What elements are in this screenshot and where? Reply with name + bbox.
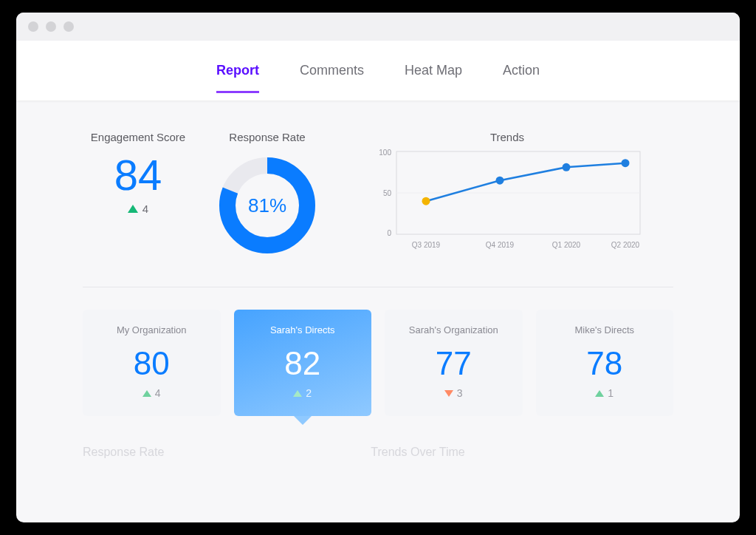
engagement-score-panel: Engagement Score 84 4 [83, 131, 193, 216]
xtick-3: Q2 2020 [611, 241, 640, 249]
cards-row: My Organization 80 4 Sarah's Directs 82 … [83, 310, 673, 416]
line-chart-icon: 100 50 0 Q3 2019 Q4 2019 Q1 2020 Q2 2020 [367, 148, 647, 259]
response-rate-title: Response Rate [201, 131, 334, 143]
tab-heat-map[interactable]: Heat Map [405, 57, 462, 84]
tab-action[interactable]: Action [503, 57, 540, 84]
arrow-up-icon [128, 205, 138, 213]
tab-report[interactable]: Report [216, 57, 259, 84]
response-rate-donut: 81% [216, 154, 319, 257]
card-delta-value: 1 [608, 387, 614, 399]
card-sarahs-directs[interactable]: Sarah's Directs 82 2 [234, 310, 372, 416]
trends-title: Trends [341, 131, 673, 143]
card-score: 77 [392, 347, 515, 380]
card-delta-value: 4 [155, 387, 161, 399]
ytick-0: 0 [387, 229, 391, 237]
section-divider [83, 287, 673, 287]
bottom-response-rate-title: Response Rate [83, 446, 164, 459]
arrow-up-icon [595, 390, 604, 397]
card-title: Sarah's Organization [392, 324, 515, 335]
window-title-bar [16, 13, 740, 41]
card-delta: 3 [444, 387, 463, 399]
card-delta: 1 [595, 387, 614, 399]
card-score: 82 [241, 347, 365, 380]
card-sarahs-organization[interactable]: Sarah's Organization 77 3 [385, 310, 523, 416]
card-title: My Organization [90, 324, 213, 335]
card-delta-value: 3 [457, 387, 463, 399]
xtick-0: Q3 2019 [412, 241, 441, 249]
svg-point-4 [422, 197, 430, 205]
svg-point-5 [496, 177, 504, 185]
ytick-50: 50 [383, 189, 392, 197]
trends-chart: 100 50 0 Q3 2019 Q4 2019 Q1 2020 Q2 2020 [367, 148, 647, 244]
response-rate-panel: Response Rate 81% [201, 131, 334, 257]
response-rate-value: 81% [248, 194, 286, 217]
card-delta: 4 [142, 387, 161, 399]
arrow-up-icon [142, 390, 151, 397]
card-my-organization[interactable]: My Organization 80 4 [83, 310, 221, 416]
browser-window: Report Comments Heat Map Action Engageme… [16, 13, 740, 522]
xtick-2: Q1 2020 [552, 241, 581, 249]
window-control-maximize[interactable] [63, 21, 74, 32]
bottom-section-titles: Response Rate Trends Over Time [83, 446, 673, 459]
card-title: Sarah's Directs [241, 324, 365, 335]
bottom-trends-title: Trends Over Time [371, 446, 464, 459]
arrow-up-icon [293, 390, 302, 397]
card-delta-value: 2 [306, 387, 312, 399]
window-control-close[interactable] [28, 21, 38, 32]
engagement-delta: 4 [128, 202, 148, 215]
tab-bar: Report Comments Heat Map Action [16, 41, 740, 101]
card-score: 80 [90, 347, 213, 380]
card-mikes-directs[interactable]: Mike's Directs 78 1 [536, 310, 674, 416]
xtick-1: Q4 2019 [486, 241, 515, 249]
engagement-title: Engagement Score [83, 131, 193, 143]
card-delta: 2 [293, 387, 312, 399]
svg-point-7 [622, 159, 630, 167]
tab-comments[interactable]: Comments [300, 57, 364, 84]
ytick-100: 100 [379, 149, 391, 157]
trends-panel: Trends 100 50 0 Q3 2019 Q4 2019 [341, 131, 673, 244]
card-title: Mike's Directs [543, 324, 667, 335]
svg-point-6 [563, 163, 571, 171]
card-score: 78 [543, 347, 667, 380]
engagement-score-value: 84 [83, 154, 193, 197]
summary-row: Engagement Score 84 4 Response Rate 81% [83, 131, 673, 257]
arrow-down-icon [444, 390, 453, 397]
engagement-delta-value: 4 [142, 202, 148, 215]
content-area: Engagement Score 84 4 Response Rate 81% [16, 101, 740, 459]
window-control-minimize[interactable] [46, 21, 56, 32]
